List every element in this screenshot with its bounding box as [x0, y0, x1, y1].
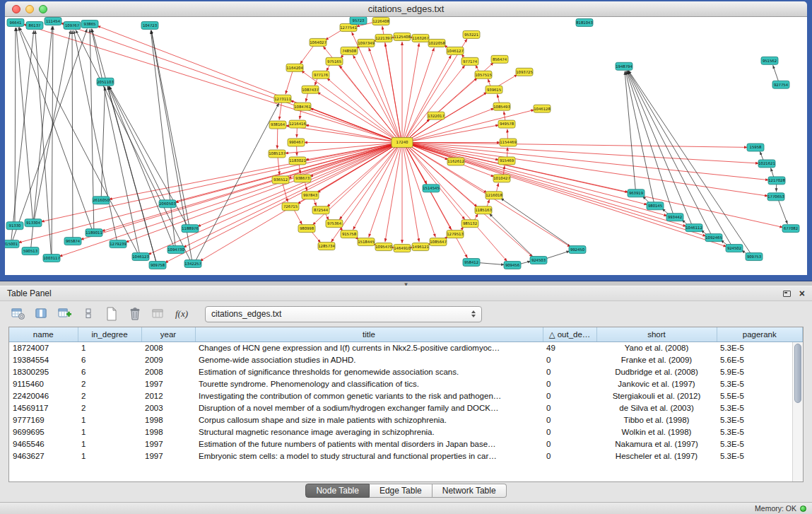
- graph-node[interactable]: 1164204: [286, 64, 303, 71]
- delete-table-icon[interactable]: [125, 305, 145, 323]
- graph-node[interactable]: 2051103: [97, 78, 114, 86]
- table-cell[interactable]: 2009: [141, 354, 195, 366]
- graph-node[interactable]: 915469: [498, 157, 515, 165]
- graph-node[interactable]: 963919: [628, 189, 645, 197]
- column-header[interactable]: year: [141, 327, 195, 341]
- graph-node[interactable]: 1092465: [705, 234, 722, 242]
- graph-node[interactable]: 1094730: [167, 246, 184, 254]
- table-cell[interactable]: 1: [78, 450, 141, 462]
- table-cell[interactable]: 9699695: [9, 426, 78, 438]
- table-cell[interactable]: 5.3E-5: [717, 426, 803, 438]
- table-cell[interactable]: 5.3E-5: [717, 414, 803, 426]
- tab-edge-table[interactable]: Edge Table: [370, 484, 433, 498]
- scrollbar-thumb[interactable]: [794, 344, 801, 403]
- graph-node[interactable]: 1216018: [486, 192, 502, 199]
- graph-node[interactable]: 1226408: [372, 17, 389, 25]
- graph-node[interactable]: 1216416: [289, 120, 306, 128]
- graph-node[interactable]: 104723: [141, 21, 158, 29]
- graph-node[interactable]: 1496121: [412, 243, 429, 251]
- table-cell[interactable]: 0: [543, 450, 596, 462]
- table-cell[interactable]: 2: [78, 402, 141, 414]
- graph-node[interactable]: 1162612: [447, 158, 464, 165]
- graph-node[interactable]: 1046127: [447, 47, 464, 54]
- graph-node[interactable]: 938164: [269, 121, 286, 129]
- graph-node[interactable]: 1022058: [428, 39, 445, 47]
- graph-node[interactable]: 924502: [726, 245, 743, 252]
- table-cell[interactable]: 2: [78, 378, 141, 390]
- table-cell[interactable]: 0: [543, 426, 596, 438]
- table-cell[interactable]: 9777169: [9, 414, 78, 426]
- table-cell[interactable]: 0: [543, 402, 596, 414]
- select-columns-icon[interactable]: [32, 305, 52, 323]
- table-cell[interactable]: 2: [78, 390, 141, 402]
- table-cell[interactable]: 1: [78, 341, 141, 354]
- table-cell[interactable]: 1: [78, 414, 141, 426]
- graph-node[interactable]: 1154469: [500, 139, 517, 146]
- table-cell[interactable]: 0: [543, 366, 596, 378]
- graph-node[interactable]: 980998: [298, 225, 315, 233]
- table-cell[interactable]: Yano et al. (2008): [596, 341, 717, 354]
- column-header[interactable]: △ out_de…: [543, 327, 596, 341]
- graph-node[interactable]: 93865: [81, 20, 98, 28]
- table-cell[interactable]: Tibbo et al. (1998): [596, 414, 717, 426]
- graph-node[interactable]: 1125408: [394, 33, 411, 40]
- table-row[interactable]: 1830029562008Estimation of significance …: [9, 366, 803, 378]
- graph-node[interactable]: 1342257: [184, 260, 201, 268]
- table-cell[interactable]: 1: [78, 426, 141, 438]
- table-cell[interactable]: 18300295: [9, 366, 78, 378]
- graph-node[interactable]: 748508: [341, 47, 358, 54]
- table-row[interactable]: 1872400712008Changes of HCN gene express…: [9, 341, 803, 354]
- graph-node[interactable]: 924503: [530, 257, 547, 264]
- table-cell[interactable]: 1: [78, 438, 141, 450]
- graph-node[interactable]: 1097349: [358, 39, 375, 47]
- graph-node[interactable]: 975165: [326, 57, 343, 65]
- graph-node[interactable]: 1046128: [534, 105, 551, 112]
- table-cell[interactable]: 5.3E-5: [717, 402, 803, 414]
- table-scrollbar[interactable]: [792, 342, 803, 481]
- graph-node[interactable]: 1221397: [375, 34, 392, 42]
- graph-node[interactable]: 1217028: [768, 177, 785, 185]
- float-panel-icon[interactable]: [783, 291, 791, 297]
- graph-node[interactable]: 985132: [461, 220, 478, 228]
- table-cell[interactable]: Hescheler et al. (1997): [596, 450, 717, 462]
- table-cell[interactable]: 2012: [141, 390, 195, 402]
- table-cell[interactable]: 2008: [141, 341, 195, 354]
- column-header[interactable]: name: [9, 327, 78, 341]
- table-cell[interactable]: Genome-wide association studies in ADHD.: [195, 354, 543, 366]
- table-cell[interactable]: Jankovic et al. (1997): [596, 378, 717, 390]
- graph-node[interactable]: 938673: [294, 175, 311, 182]
- table-cell[interactable]: Wolkin et al. (1998): [596, 426, 717, 438]
- graph-node[interactable]: 1163267: [412, 34, 429, 42]
- table-cell[interactable]: 14569117: [9, 402, 78, 414]
- table-cell[interactable]: 9115460: [9, 378, 78, 390]
- graph-node[interactable]: 1046123: [132, 253, 149, 261]
- graph-node[interactable]: 958412: [463, 259, 480, 267]
- graph-node[interactable]: 909753: [746, 253, 763, 261]
- table-cell[interactable]: 1998: [141, 414, 195, 426]
- table-row[interactable]: 911546021997Tourette syndrome. Phenomeno…: [9, 378, 803, 390]
- graph-node[interactable]: 8181043: [576, 18, 593, 26]
- table-cell[interactable]: 2003: [141, 402, 195, 414]
- graph-node[interactable]: 990467: [288, 139, 305, 146]
- graph-node[interactable]: 1770653: [767, 193, 784, 201]
- graph-node[interactable]: 1279513: [447, 230, 464, 238]
- graph-node[interactable]: 1085647: [430, 238, 447, 246]
- graph-node[interactable]: 1514545: [423, 185, 440, 192]
- graph-node[interactable]: 1277541: [340, 23, 357, 31]
- table-cell[interactable]: 18724007: [9, 341, 78, 354]
- table-cell[interactable]: 0: [543, 354, 596, 366]
- table-selector-dropdown[interactable]: citations_edges.txt: [205, 306, 482, 322]
- table-cell[interactable]: 5.3E-5: [717, 438, 803, 450]
- table-cell[interactable]: Franke et al. (2009): [596, 354, 717, 366]
- graph-node[interactable]: 1188976: [182, 225, 199, 233]
- graph-node[interactable]: 977174: [461, 57, 478, 65]
- function-builder-icon[interactable]: f(x): [172, 305, 192, 323]
- graph-node[interactable]: 977176: [312, 71, 329, 78]
- graph-node[interactable]: 936512: [272, 176, 289, 184]
- graph-node[interactable]: 1085493: [493, 103, 510, 110]
- graph-node[interactable]: 1273111: [274, 95, 291, 103]
- table-cell[interactable]: Stergiakouli et al. (2012): [596, 390, 717, 402]
- graph-node[interactable]: 909456: [504, 262, 521, 269]
- table-cell[interactable]: Estimation of the future numbers of pati…: [195, 438, 543, 450]
- table-cell[interactable]: Structural magnetic resonance image aver…: [195, 426, 543, 438]
